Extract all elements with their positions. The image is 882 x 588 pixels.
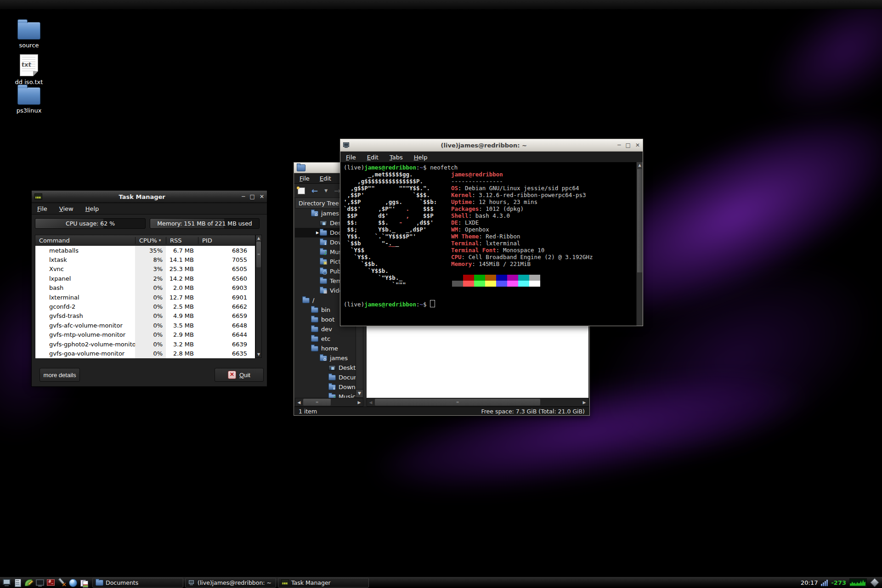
- desktop-icon-source[interactable]: source: [4, 22, 54, 49]
- scroll-left-icon[interactable]: ◀: [295, 398, 303, 406]
- scroll-up-icon[interactable]: ▲: [637, 162, 643, 169]
- process-row-lxpanel[interactable]: lxpanel2%14.2 MB6560: [35, 274, 255, 283]
- scroll-right-icon[interactable]: ▶: [356, 398, 363, 406]
- item-count: 1 item: [299, 408, 317, 415]
- file-manager-launcher-icon[interactable]: [13, 578, 23, 588]
- wallpaper-wave: [701, 0, 882, 181]
- prompt-user: james@redribbon: [364, 164, 416, 171]
- terminal-scrollbar[interactable]: ▲: [636, 162, 643, 326]
- gmrun-launcher-icon[interactable]: [46, 578, 56, 588]
- palette-block: [496, 281, 507, 287]
- column-pid[interactable]: PID: [198, 237, 255, 244]
- term-menu-file[interactable]: File: [346, 154, 356, 161]
- tree-item-label: etc: [321, 335, 330, 342]
- column-cpu[interactable]: CPU%▾: [135, 237, 166, 244]
- process-row-gconfd-2[interactable]: gconfd-20%2.5 MB6662: [35, 302, 255, 311]
- tree-item-james[interactable]: ⌂james: [295, 353, 356, 363]
- clock[interactable]: 20:17: [801, 579, 818, 586]
- desktop-icon-dd-iso-txt[interactable]: txtdd iso.txt: [4, 54, 54, 85]
- terminal-titlebar[interactable]: (live)james@redribbon: ~ ─ □ ✕: [340, 139, 643, 152]
- scrollbar-thumb[interactable]: [637, 169, 642, 272]
- desktop-icon-ps3linux[interactable]: ps3linux: [4, 87, 54, 114]
- process-row-metaballs[interactable]: metaballs35%6.7 MB6836: [35, 246, 255, 255]
- tree-item-label: Downloads: [339, 384, 356, 390]
- task-manager-menubar: FileViewHelp: [32, 203, 267, 215]
- term-menu-tabs[interactable]: Tabs: [390, 154, 403, 161]
- tree-item-desktop[interactable]: ■Desktop: [295, 363, 356, 373]
- lxterminal-launcher-icon[interactable]: [35, 578, 45, 588]
- new-tab-icon[interactable]: [298, 187, 305, 194]
- term-menu-edit[interactable]: Edit: [367, 154, 379, 161]
- tree-item-etc[interactable]: etc: [295, 334, 356, 344]
- taskbar-window-label: (live)james@redribbon: ~: [198, 579, 271, 586]
- process-row-lxterminal[interactable]: lxterminal0%12.7 MB6901: [35, 293, 255, 302]
- close-button[interactable]: ✕: [635, 142, 640, 148]
- process-list-scrollbar[interactable]: ▲ ≡ ▼: [255, 235, 262, 358]
- back-icon[interactable]: ←: [311, 187, 318, 195]
- maximize-button[interactable]: □: [626, 142, 631, 148]
- network-signal-icon[interactable]: [821, 579, 828, 586]
- tree-item-documents[interactable]: Documents: [295, 373, 356, 382]
- scroll-right-icon[interactable]: ▶: [581, 398, 588, 406]
- minimize-button[interactable]: ─: [242, 194, 245, 199]
- scroll-down-icon[interactable]: ▼: [256, 351, 261, 357]
- process-row-gvfs-mtp-volume-monitor[interactable]: gvfs-mtp-volume-monitor0%2.9 MB6644: [35, 330, 255, 339]
- process-row-gvfs-afc-volume-monitor[interactable]: gvfs-afc-volume-monitor0%3.5 MB6648: [35, 321, 255, 330]
- taskbar-window-documents[interactable]: Documents: [92, 578, 183, 588]
- scrollbar-thumb[interactable]: ≡: [303, 399, 331, 406]
- scroll-up-icon[interactable]: ▲: [256, 235, 261, 241]
- process-row-gvfsd-trash[interactable]: gvfsd-trash0%4.9 MB6659: [35, 311, 255, 321]
- leafpad-launcher-icon[interactable]: [24, 578, 34, 588]
- minimize-button[interactable]: ─: [617, 142, 621, 148]
- process-row-lxtask[interactable]: lxtask8%14.1 MB7055: [35, 255, 255, 264]
- column-rss[interactable]: RSS: [166, 237, 198, 244]
- maximize-button[interactable]: □: [250, 194, 255, 199]
- expander-icon[interactable]: ▶: [315, 231, 320, 235]
- task-manager-titlebar[interactable]: Task Manager ─ □ ✕: [32, 191, 267, 203]
- quit-button[interactable]: ✕ Quit: [215, 368, 264, 382]
- terminal-title: (live)james@redribbon: ~: [353, 142, 615, 149]
- lxtask-launcher-icon[interactable]: [57, 578, 67, 588]
- folder-icon: [320, 230, 327, 236]
- more-details-button[interactable]: more details: [40, 368, 80, 382]
- column-command[interactable]: Command: [35, 237, 135, 244]
- term-menu-help[interactable]: Help: [414, 154, 428, 161]
- web-browser-launcher-icon[interactable]: [68, 578, 78, 588]
- tree-item-downloads[interactable]: ↓Downloads: [295, 382, 356, 392]
- palette-block: [529, 275, 540, 281]
- chip-icon[interactable]: [870, 578, 879, 587]
- fm-menu-file[interactable]: File: [300, 175, 310, 182]
- image-viewer-launcher-icon[interactable]: [79, 578, 89, 588]
- desktop: sourcetxtdd iso.txtps3linux Task Manager…: [0, 0, 882, 588]
- scroll-down-icon[interactable]: ▼: [356, 389, 363, 397]
- taskbar-window-task-manager[interactable]: Task Manager: [278, 578, 369, 588]
- main-hscrollbar[interactable]: ◀ ≡ ▶: [367, 398, 588, 407]
- close-button[interactable]: ✕: [260, 194, 264, 199]
- history-chevron-icon[interactable]: ▼: [324, 188, 328, 193]
- process-row-gvfs-goa-volume-monitor[interactable]: gvfs-goa-volume-monitor0%2.8 MB6635: [35, 349, 255, 358]
- tree-hscrollbar[interactable]: ◀ ≡ ▶: [295, 398, 363, 407]
- tree-item-music[interactable]: ♪Music: [295, 392, 356, 398]
- scrollbar-thumb[interactable]: ≡: [256, 242, 261, 267]
- folder-icon: [302, 298, 310, 303]
- terminal-content[interactable]: (live)james@redribbon:~$ neofetch _,met$…: [340, 162, 637, 326]
- tree-item-label: bin: [321, 306, 330, 313]
- graph-icon: [281, 579, 289, 586]
- taskbar-window-live-james-redribbon[interactable]: (live)james@redribbon: ~: [185, 578, 276, 588]
- temperature-monitor[interactable]: -273: [831, 579, 846, 586]
- palette-block: [463, 281, 474, 287]
- fm-menu-edit[interactable]: Edit: [320, 175, 331, 182]
- tm-menu-help[interactable]: Help: [85, 205, 99, 212]
- scroll-left-icon[interactable]: ◀: [367, 398, 374, 406]
- scrollbar-thumb[interactable]: ≡: [375, 399, 540, 406]
- process-row-bash[interactable]: bash0%2.0 MB6903: [35, 283, 255, 293]
- folder-icon: [297, 164, 305, 171]
- tm-menu-file[interactable]: File: [37, 205, 47, 212]
- tree-item-home[interactable]: home: [295, 344, 356, 353]
- palette-block: [518, 281, 529, 287]
- tm-menu-view[interactable]: View: [59, 205, 74, 212]
- process-row-gvfs-gphoto2-volume-monitor[interactable]: gvfs-gphoto2-volume-monitor0%3.2 MB6639: [35, 339, 255, 349]
- process-row-xvnc[interactable]: Xvnc3%25.3 MB6505: [35, 265, 255, 274]
- show-desktop-launcher-icon[interactable]: [2, 578, 11, 588]
- cpu-monitor-graph[interactable]: [849, 578, 867, 587]
